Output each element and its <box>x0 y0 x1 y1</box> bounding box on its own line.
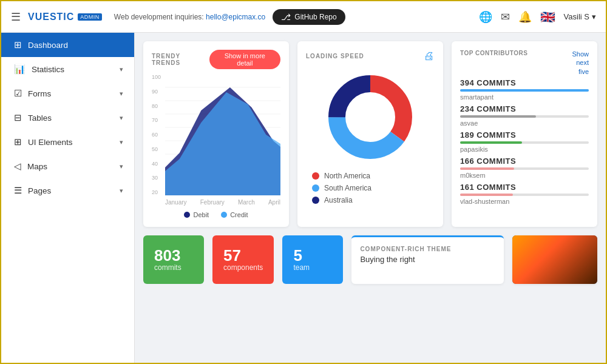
sidebar-label-tables: Tables <box>28 113 114 123</box>
user-chevron: ▾ <box>592 12 596 21</box>
sidebar: ⊞ Dashboard 📊 Statistics ▾ ☑ Forms ▾ ⊟ T… <box>1 33 135 364</box>
mail-icon[interactable]: ✉ <box>501 10 510 24</box>
image-gradient <box>512 235 597 284</box>
admin-badge: ADMIN <box>78 13 102 21</box>
team-label: team <box>293 263 332 272</box>
loading-title: LOADING SPEED <box>306 53 364 59</box>
contrib-1-bar <box>460 89 589 92</box>
chevron-forms: ▾ <box>120 90 123 98</box>
github-button[interactable]: ⎇ GitHub Repo <box>273 9 345 25</box>
contributors-header: TOP CONTRIBUTORS Shownextfive <box>460 50 589 76</box>
chevron-ui-elements: ▾ <box>120 138 123 146</box>
components-label: components <box>223 263 263 272</box>
sidebar-label-maps: Maps <box>27 162 114 171</box>
contrib-4-name: m0ksem <box>460 172 589 179</box>
legend-credit: Credit <box>221 211 248 218</box>
components-number: 57 <box>223 248 263 263</box>
dashboard-icon: ⊞ <box>14 39 22 50</box>
donut-chart-svg <box>322 69 419 166</box>
header: ☰ VUESTIC ADMIN Web development inquirie… <box>1 1 606 33</box>
bell-icon[interactable]: 🔔 <box>518 10 532 24</box>
user-name-label: Vasili S <box>564 12 589 21</box>
legend-debit: Debit <box>184 211 209 218</box>
inquiry-email[interactable]: hello@epicmax.co <box>206 13 265 21</box>
sidebar-label-dashboard: Dashboard <box>28 41 123 50</box>
theme-card-title: COMPONENT-RICH THEME <box>360 246 495 252</box>
chevron-pages: ▾ <box>120 187 123 195</box>
north-america-dot <box>312 172 319 180</box>
contributors-card: TOP CONTRIBUTORS Shownextfive 394 COMMIT… <box>452 41 597 227</box>
trends-chart-svg <box>165 74 280 195</box>
contributor-5: 161 COMMITS vlad-shusterman <box>460 183 589 205</box>
sidebar-item-dashboard[interactable]: ⊞ Dashboard <box>1 33 134 57</box>
logo-text: VUESTIC <box>28 12 74 22</box>
australia-label: Australia <box>324 196 353 204</box>
trends-card: TRENDY TRENDS Show in more detail 100 90… <box>143 41 289 227</box>
credit-dot <box>221 212 227 218</box>
contributor-2: 234 COMMITS asvae <box>460 104 589 127</box>
chevron-tables: ▾ <box>120 114 123 122</box>
svg-point-13 <box>346 93 395 141</box>
south-america-label: South America <box>324 184 371 192</box>
contrib-2-name: asvae <box>460 120 589 127</box>
sidebar-item-statistics[interactable]: 📊 Statistics ▾ <box>1 57 134 81</box>
main-layout: ⊞ Dashboard 📊 Statistics ▾ ☑ Forms ▾ ⊟ T… <box>1 33 606 364</box>
ui-elements-icon: ⊞ <box>14 136 22 147</box>
contrib-4-commits: 166 COMMITS <box>460 157 589 166</box>
credit-label: Credit <box>230 211 248 218</box>
maps-icon: ◁ <box>14 161 21 172</box>
contrib-5-commits: 161 COMMITS <box>460 183 589 192</box>
flag-icon[interactable]: 🇬🇧 <box>540 10 555 24</box>
print-icon[interactable]: 🖨 <box>424 50 435 62</box>
contrib-4-bar-bg <box>460 167 589 170</box>
legend-australia: Australia <box>312 196 429 204</box>
trends-header: TRENDY TRENDS Show in more detail <box>152 50 280 69</box>
tables-icon: ⊟ <box>14 112 22 123</box>
team-number: 5 <box>293 248 332 263</box>
y-axis-labels: 100 90 80 70 60 50 40 30 20 <box>152 74 161 195</box>
pages-icon: ☰ <box>14 185 22 196</box>
sidebar-item-tables[interactable]: ⊟ Tables ▾ <box>1 106 134 130</box>
sidebar-item-ui-elements[interactable]: ⊞ UI Elements ▾ <box>1 130 134 154</box>
menu-icon[interactable]: ☰ <box>11 10 21 24</box>
user-menu[interactable]: Vasili S ▾ <box>564 12 596 21</box>
contrib-3-bar-bg <box>460 141 589 144</box>
globe-icon[interactable]: 🌐 <box>479 10 492 24</box>
sidebar-item-pages[interactable]: ☰ Pages ▾ <box>1 178 134 203</box>
contrib-2-bar-bg <box>460 115 589 118</box>
debit-dot <box>184 212 190 218</box>
contributors-title: TOP CONTRIBUTORS <box>460 50 527 56</box>
donut-chart-container <box>306 69 435 166</box>
contrib-2-commits: 234 COMMITS <box>460 104 589 113</box>
sidebar-label-forms: Forms <box>28 89 114 98</box>
stat-team: 5 team <box>282 235 343 284</box>
image-card <box>512 235 597 284</box>
sidebar-item-forms[interactable]: ☑ Forms ▾ <box>1 81 134 106</box>
contrib-3-bar <box>460 141 522 144</box>
sidebar-label-pages: Pages <box>28 186 114 195</box>
contrib-4-bar <box>460 167 514 170</box>
stat-components: 57 components <box>212 235 274 284</box>
show-next-link[interactable]: Shownextfive <box>572 50 589 76</box>
contributor-4: 166 COMMITS m0ksem <box>460 157 589 179</box>
donut-legend: North America South America Australia <box>306 172 435 204</box>
stat-commits: 803 commits <box>143 235 204 284</box>
show-detail-button[interactable]: Show in more detail <box>209 50 280 69</box>
bottom-row: 803 commits 57 components 5 team COMPONE… <box>143 235 597 284</box>
contrib-1-name: smartapant <box>460 93 589 101</box>
debit-label: Debit <box>193 211 209 218</box>
x-axis-labels: January February March April <box>152 199 280 206</box>
contributor-3: 189 COMMITS papasikis <box>460 130 589 153</box>
contrib-3-name: papasikis <box>460 146 589 153</box>
sidebar-label-statistics: Statistics <box>32 65 114 74</box>
commits-number: 803 <box>154 248 193 263</box>
inquiry-text: Web development inquiries: hello@epicmax… <box>114 13 265 21</box>
sidebar-label-ui-elements: UI Elements <box>28 138 114 147</box>
contrib-1-bar-bg <box>460 89 589 92</box>
legend-south-america: South America <box>312 184 429 192</box>
main-content: TRENDY TRENDS Show in more detail 100 90… <box>135 33 606 364</box>
commits-label: commits <box>154 263 193 272</box>
contrib-5-bar <box>460 194 513 196</box>
sidebar-item-maps[interactable]: ◁ Maps ▾ <box>1 154 134 178</box>
theme-card-text: Buying the right <box>360 255 495 264</box>
